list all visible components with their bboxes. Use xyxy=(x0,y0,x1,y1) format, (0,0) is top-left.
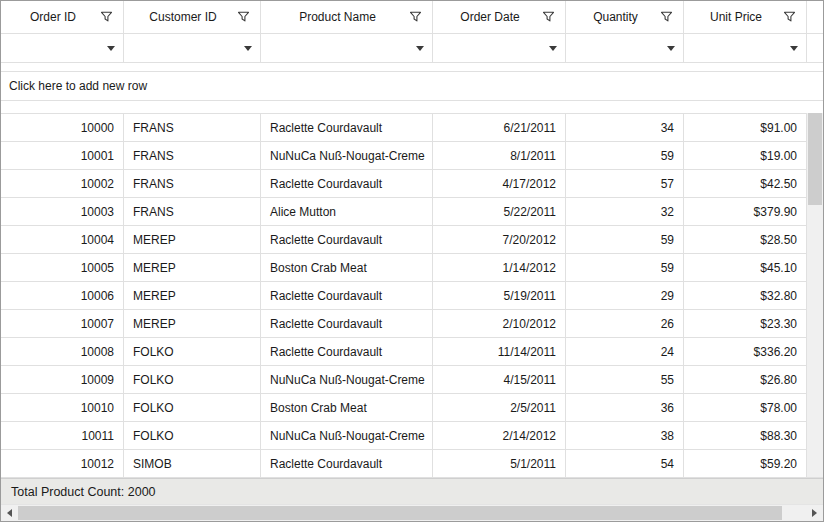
cell-unit_price[interactable]: $88.30 xyxy=(684,422,807,449)
filter-funnel-icon[interactable] xyxy=(237,11,250,24)
cell-customer_id[interactable]: FOLKO xyxy=(124,366,261,393)
cell-product_name[interactable]: Alice Mutton xyxy=(261,198,433,225)
cell-product_name[interactable]: Raclette Courdavault xyxy=(261,450,433,477)
cell-order_date[interactable]: 7/20/2012 xyxy=(433,226,566,253)
cell-product_name[interactable]: Raclette Courdavault xyxy=(261,226,433,253)
cell-quantity[interactable]: 57 xyxy=(566,170,684,197)
cell-order_date[interactable]: 5/1/2011 xyxy=(433,450,566,477)
cell-quantity[interactable]: 59 xyxy=(566,142,684,169)
table-row[interactable]: 10011FOLKONuNuCa Nuß-Nougat-Creme2/14/20… xyxy=(1,422,823,450)
cell-order_id[interactable]: 10010 xyxy=(1,394,124,421)
cell-customer_id[interactable]: FRANS xyxy=(124,170,261,197)
cell-quantity[interactable]: 55 xyxy=(566,366,684,393)
cell-quantity[interactable]: 29 xyxy=(566,282,684,309)
cell-order_date[interactable]: 8/1/2011 xyxy=(433,142,566,169)
horizontal-scroll-track[interactable] xyxy=(18,505,806,521)
cell-unit_price[interactable]: $19.00 xyxy=(684,142,807,169)
cell-quantity[interactable]: 32 xyxy=(566,198,684,225)
table-row[interactable]: 10002FRANSRaclette Courdavault4/17/20125… xyxy=(1,170,823,198)
cell-order_id[interactable]: 10006 xyxy=(1,282,124,309)
cell-product_name[interactable]: NuNuCa Nuß-Nougat-Creme xyxy=(261,366,433,393)
cell-customer_id[interactable]: FRANS xyxy=(124,198,261,225)
cell-product_name[interactable]: Raclette Courdavault xyxy=(261,114,433,141)
filter-cell-unit_price[interactable] xyxy=(684,34,807,62)
table-row[interactable]: 10010FOLKOBoston Crab Meat2/5/201136$78.… xyxy=(1,394,823,422)
filter-cell-customer_id[interactable] xyxy=(124,34,261,62)
cell-product_name[interactable]: Raclette Courdavault xyxy=(261,310,433,337)
cell-customer_id[interactable]: FRANS xyxy=(124,114,261,141)
horizontal-scroll-thumb[interactable] xyxy=(18,506,782,520)
cell-unit_price[interactable]: $26.80 xyxy=(684,366,807,393)
add-new-row[interactable]: Click here to add new row xyxy=(1,71,823,101)
column-header-quantity[interactable]: Quantity xyxy=(566,1,684,33)
cell-customer_id[interactable]: MEREP xyxy=(124,254,261,281)
cell-unit_price[interactable]: $78.00 xyxy=(684,394,807,421)
table-row[interactable]: 10012SIMOBRaclette Courdavault5/1/201154… xyxy=(1,450,823,478)
cell-customer_id[interactable]: MEREP xyxy=(124,310,261,337)
filter-funnel-icon[interactable] xyxy=(409,11,422,24)
cell-order_date[interactable]: 5/22/2011 xyxy=(433,198,566,225)
cell-order_id[interactable]: 10002 xyxy=(1,170,124,197)
filter-dropdown-button[interactable] xyxy=(99,34,123,62)
filter-dropdown-button[interactable] xyxy=(782,34,806,62)
cell-product_name[interactable]: Boston Crab Meat xyxy=(261,394,433,421)
column-header-unit_price[interactable]: Unit Price xyxy=(684,1,807,33)
cell-unit_price[interactable]: $23.30 xyxy=(684,310,807,337)
cell-product_name[interactable]: Raclette Courdavault xyxy=(261,282,433,309)
cell-order_id[interactable]: 10000 xyxy=(1,114,124,141)
cell-product_name[interactable]: NuNuCa Nuß-Nougat-Creme xyxy=(261,422,433,449)
cell-order_date[interactable]: 4/15/2011 xyxy=(433,366,566,393)
cell-order_id[interactable]: 10008 xyxy=(1,338,124,365)
filter-cell-order_id[interactable] xyxy=(1,34,124,62)
table-row[interactable]: 10009FOLKONuNuCa Nuß-Nougat-Creme4/15/20… xyxy=(1,366,823,394)
cell-product_name[interactable]: NuNuCa Nuß-Nougat-Creme xyxy=(261,142,433,169)
filter-dropdown-button[interactable] xyxy=(408,34,432,62)
table-row[interactable]: 10005MEREPBoston Crab Meat1/14/201259$45… xyxy=(1,254,823,282)
table-row[interactable]: 10007MEREPRaclette Courdavault2/10/20122… xyxy=(1,310,823,338)
cell-quantity[interactable]: 54 xyxy=(566,450,684,477)
cell-customer_id[interactable]: FOLKO xyxy=(124,338,261,365)
cell-order_date[interactable]: 6/21/2011 xyxy=(433,114,566,141)
column-header-order_date[interactable]: Order Date xyxy=(433,1,566,33)
filter-funnel-icon[interactable] xyxy=(660,11,673,24)
cell-unit_price[interactable]: $28.50 xyxy=(684,226,807,253)
cell-order_date[interactable]: 5/19/2011 xyxy=(433,282,566,309)
vertical-scroll-thumb[interactable] xyxy=(808,113,822,205)
filter-cell-product_name[interactable] xyxy=(261,34,433,62)
cell-unit_price[interactable]: $91.00 xyxy=(684,114,807,141)
filter-dropdown-button[interactable] xyxy=(541,34,565,62)
cell-customer_id[interactable]: SIMOB xyxy=(124,450,261,477)
filter-dropdown-button[interactable] xyxy=(659,34,683,62)
table-row[interactable]: 10006MEREPRaclette Courdavault5/19/20112… xyxy=(1,282,823,310)
cell-quantity[interactable]: 26 xyxy=(566,310,684,337)
cell-unit_price[interactable]: $42.50 xyxy=(684,170,807,197)
table-row[interactable]: 10008FOLKORaclette Courdavault11/14/2011… xyxy=(1,338,823,366)
cell-customer_id[interactable]: FRANS xyxy=(124,142,261,169)
cell-customer_id[interactable]: MEREP xyxy=(124,282,261,309)
filter-dropdown-button[interactable] xyxy=(236,34,260,62)
horizontal-scrollbar[interactable] xyxy=(1,504,823,521)
filter-cell-order_date[interactable] xyxy=(433,34,566,62)
cell-quantity[interactable]: 38 xyxy=(566,422,684,449)
cell-product_name[interactable]: Raclette Courdavault xyxy=(261,170,433,197)
cell-quantity[interactable]: 34 xyxy=(566,114,684,141)
cell-quantity[interactable]: 24 xyxy=(566,338,684,365)
cell-order_date[interactable]: 11/14/2011 xyxy=(433,338,566,365)
cell-order_id[interactable]: 10001 xyxy=(1,142,124,169)
table-row[interactable]: 10000FRANSRaclette Courdavault6/21/20113… xyxy=(1,114,823,142)
cell-quantity[interactable]: 36 xyxy=(566,394,684,421)
cell-order_id[interactable]: 10003 xyxy=(1,198,124,225)
column-header-product_name[interactable]: Product Name xyxy=(261,1,433,33)
scroll-left-button[interactable] xyxy=(1,505,18,521)
table-row[interactable]: 10003FRANSAlice Mutton5/22/201132$379.90 xyxy=(1,198,823,226)
cell-order_date[interactable]: 2/14/2012 xyxy=(433,422,566,449)
column-header-customer_id[interactable]: Customer ID xyxy=(124,1,261,33)
cell-order_date[interactable]: 2/10/2012 xyxy=(433,310,566,337)
cell-order_date[interactable]: 1/14/2012 xyxy=(433,254,566,281)
cell-order_id[interactable]: 10009 xyxy=(1,366,124,393)
cell-quantity[interactable]: 59 xyxy=(566,254,684,281)
cell-order_id[interactable]: 10011 xyxy=(1,422,124,449)
cell-order_date[interactable]: 2/5/2011 xyxy=(433,394,566,421)
cell-order_id[interactable]: 10012 xyxy=(1,450,124,477)
filter-funnel-icon[interactable] xyxy=(100,11,113,24)
